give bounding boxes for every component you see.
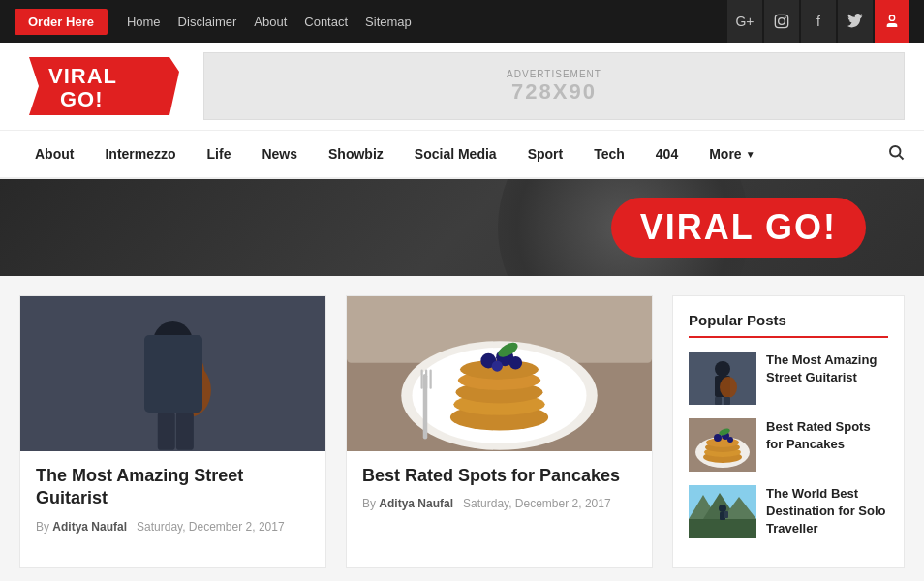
article-date-pancakes: Saturday, December 2, 2017	[463, 497, 611, 510]
svg-rect-16	[187, 347, 192, 401]
svg-rect-36	[430, 370, 432, 389]
google-plus-icon[interactable]: G+	[727, 0, 762, 43]
article-by-label-2: By	[362, 497, 379, 510]
articles-grid: The Most Amazing Street Guitarist By Adi…	[19, 295, 653, 568]
article-image-guitarist	[20, 296, 325, 451]
svg-rect-13	[153, 358, 193, 413]
svg-point-2	[785, 16, 786, 18]
article-author-guitarist: Aditya Naufal	[52, 520, 127, 534]
article-date-guitarist: Saturday, December 2, 2017	[137, 520, 285, 534]
svg-point-15	[174, 354, 205, 389]
nav-links: About Intermezzo Life News Showbiz Socia…	[19, 133, 887, 175]
article-title-pancakes: Best Rated Spots for Pancakes	[362, 465, 636, 487]
svg-point-7	[890, 146, 901, 157]
svg-point-51	[727, 437, 733, 443]
article-card-guitarist: The Most Amazing Street Guitarist By Adi…	[19, 295, 326, 568]
svg-text:VIRAL: VIRAL	[48, 64, 117, 88]
more-dropdown-arrow: ▼	[746, 149, 755, 160]
nav-news[interactable]: News	[246, 133, 313, 175]
top-nav-about[interactable]: About	[254, 15, 287, 29]
twitter-icon[interactable]	[838, 0, 873, 43]
search-icon[interactable]	[887, 143, 905, 165]
svg-point-3	[889, 15, 894, 20]
svg-rect-60	[724, 511, 728, 518]
ad-label: ADVERTISEMENT	[507, 69, 601, 79]
nav-bar: About Intermezzo Life News Showbiz Socia…	[0, 131, 924, 179]
popular-title-guitarist: The Most Amazing Street Guitarist	[766, 352, 888, 386]
popular-item-travel[interactable]: The World Best Destination for Solo Trav…	[689, 485, 888, 538]
sidebar: Popular Posts The Most Amazing Street Gu…	[672, 295, 905, 568]
nav-sport[interactable]: Sport	[512, 133, 579, 175]
popular-thumb-pancakes	[689, 418, 756, 472]
article-title-guitarist: The Most Amazing Street Guitarist	[36, 465, 310, 510]
top-bar: Order Here Home Disclaimer About Contact…	[0, 0, 924, 43]
svg-rect-42	[724, 397, 730, 405]
facebook-icon[interactable]: f	[801, 0, 836, 43]
popular-title-travel: The World Best Destination for Solo Trav…	[766, 485, 888, 538]
header: VIRAL GO! ADVERTISEMENT 728X90	[0, 43, 924, 131]
svg-point-38	[715, 361, 730, 377]
popular-title-pancakes: Best Rated Spots for Pancakes	[766, 418, 888, 453]
svg-point-12	[153, 321, 193, 361]
svg-rect-17	[158, 412, 175, 449]
svg-point-48	[706, 438, 739, 447]
popular-item-pancakes[interactable]: Best Rated Spots for Pancakes	[689, 418, 888, 472]
popular-posts-title: Popular Posts	[689, 312, 888, 338]
hero-banner: VIRAL GO!	[0, 179, 924, 276]
nav-showbiz[interactable]: Showbiz	[313, 133, 399, 175]
svg-rect-57	[689, 519, 756, 538]
hero-logo: VIRAL GO!	[611, 198, 866, 258]
article-meta-guitarist: By Aditya Naufal Saturday, December 2, 2…	[36, 520, 310, 534]
advertisement-banner: ADVERTISEMENT 728X90	[203, 52, 905, 120]
nav-about[interactable]: About	[19, 133, 89, 175]
ad-size: 728X90	[511, 79, 597, 105]
svg-rect-0	[775, 15, 787, 27]
svg-point-31	[492, 361, 503, 372]
svg-point-30	[509, 356, 523, 370]
user-icon[interactable]	[875, 0, 909, 43]
social-icons: G+ f	[727, 0, 909, 43]
nav-intermezzo[interactable]: Intermezzo	[89, 133, 191, 175]
svg-point-1	[779, 18, 785, 25]
nav-social-media[interactable]: Social Media	[399, 133, 512, 175]
nav-404[interactable]: 404	[640, 133, 693, 175]
svg-line-8	[899, 155, 903, 159]
instagram-icon[interactable]	[764, 0, 799, 43]
article-meta-pancakes: By Aditya Naufal Saturday, December 2, 2…	[362, 497, 636, 510]
nav-more[interactable]: More ▼	[693, 133, 770, 175]
logo[interactable]: VIRAL GO!	[19, 52, 184, 120]
popular-thumb-guitarist	[689, 352, 756, 405]
top-nav-home[interactable]: Home	[127, 15, 161, 29]
svg-point-58	[719, 505, 726, 512]
main-content: The Most Amazing Street Guitarist By Adi…	[0, 276, 924, 581]
top-nav-contact[interactable]: Contact	[304, 15, 348, 29]
hero-logo-text: VIRAL GO!	[640, 207, 837, 248]
svg-rect-41	[715, 397, 722, 405]
top-nav-sitemap[interactable]: Sitemap	[365, 15, 412, 29]
svg-point-14	[168, 363, 211, 417]
popular-posts-section: Popular Posts The Most Amazing Street Gu…	[672, 295, 905, 568]
svg-text:GO!: GO!	[60, 87, 104, 111]
top-nav-disclaimer[interactable]: Disclaimer	[178, 15, 237, 29]
popular-thumb-travel	[689, 485, 756, 538]
svg-rect-18	[176, 412, 194, 449]
article-body-guitarist: The Most Amazing Street Guitarist By Adi…	[20, 451, 325, 553]
article-author-pancakes: Aditya Naufal	[379, 497, 453, 510]
nav-life[interactable]: Life	[192, 133, 247, 175]
svg-rect-35	[425, 370, 427, 389]
popular-item-guitarist[interactable]: The Most Amazing Street Guitarist	[689, 352, 888, 405]
article-image-pancakes	[347, 296, 652, 451]
article-body-pancakes: Best Rated Spots for Pancakes By Aditya …	[347, 451, 652, 530]
article-by-label: By	[36, 520, 52, 534]
order-button[interactable]: Order Here	[15, 9, 108, 35]
svg-point-40	[720, 377, 737, 398]
article-card-pancakes: Best Rated Spots for Pancakes By Aditya …	[346, 295, 653, 568]
nav-tech[interactable]: Tech	[578, 133, 640, 175]
svg-rect-34	[421, 370, 423, 389]
top-nav: Home Disclaimer About Contact Sitemap	[127, 15, 727, 29]
